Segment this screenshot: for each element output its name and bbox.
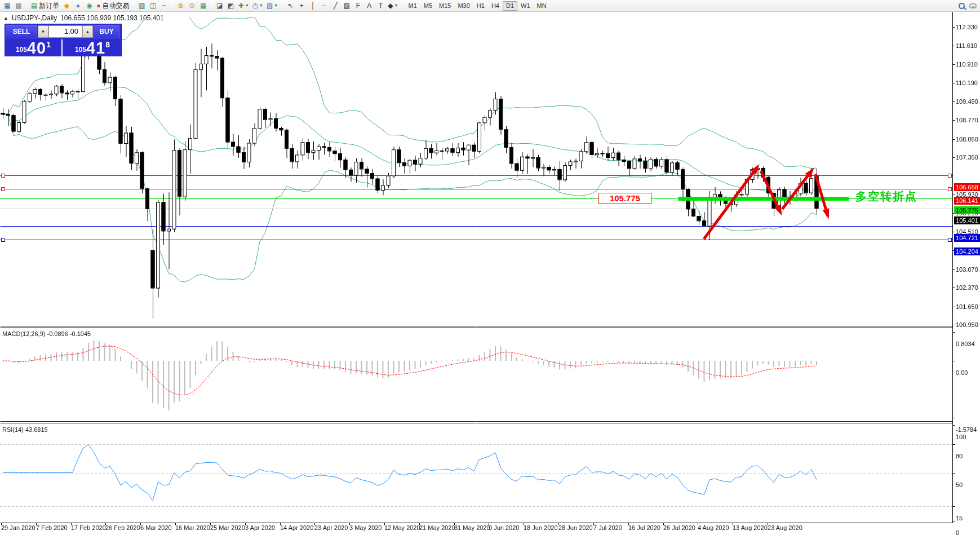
chart-window-icon: ▦ <box>4 1 10 11</box>
collapse-arrow-icon[interactable]: ▲ <box>3 15 8 21</box>
rsi-tick-label: 100 <box>956 434 966 440</box>
date-label: 7 Jul 2020 <box>593 524 622 531</box>
search-icon[interactable] <box>956 1 967 11</box>
template-icon[interactable]: ▨▼ <box>265 1 280 11</box>
date-label: 23 Apr 2020 <box>314 524 348 531</box>
price-tick-label: 110.190 <box>956 79 978 86</box>
timeframe-m5[interactable]: M5 <box>420 1 436 11</box>
label-icon[interactable]: T <box>375 1 386 11</box>
period-icon: ◷ <box>252 1 258 11</box>
timeframe-m30[interactable]: M30 <box>454 1 473 11</box>
timeframe-h4[interactable]: H4 <box>488 1 503 11</box>
line-chart-icon: ~ <box>162 1 166 11</box>
shapes-icon[interactable]: ◆▼ <box>386 1 400 11</box>
chat-icon <box>969 3 977 8</box>
add-indicator-icon[interactable]: ✚▼ <box>237 1 251 11</box>
main-chart-canvas[interactable] <box>0 12 980 535</box>
chart-window-icon[interactable]: ▦ <box>2 1 13 11</box>
timeframe-m15[interactable]: M15 <box>436 1 454 11</box>
volume-input[interactable]: 1.00 <box>48 25 82 38</box>
profiles-icon[interactable]: ▩ <box>13 1 24 11</box>
quote-panel-controls: SELL ▼ 1.00 ▲ BUY <box>5 24 121 39</box>
vertical-line-icon[interactable]: │ <box>307 1 318 11</box>
buy-button[interactable]: BUY <box>94 25 119 38</box>
price-tick-label: 108.050 <box>956 136 978 143</box>
new-order-icon[interactable]: ▤新订单 <box>29 1 61 11</box>
rsi-tick-label: 50 <box>956 481 963 488</box>
zoom-in-icon[interactable]: ⊕ <box>175 1 187 11</box>
timeframe-w1[interactable]: W1 <box>517 1 534 11</box>
price-badge-106.141: 106.141 <box>954 197 980 205</box>
toolbar-separator <box>26 1 27 10</box>
date-label: 3 Apr 2020 <box>245 524 275 531</box>
sell-price-display[interactable]: 105 40 1 <box>5 39 63 56</box>
date-label: 13 Aug 2020 <box>733 524 768 531</box>
date-label: 14 Apr 2020 <box>280 524 313 531</box>
timeframe-d1[interactable]: D1 <box>503 1 517 11</box>
signal-icon[interactable]: ◉ <box>83 1 95 11</box>
chart-title-bar[interactable]: ▲ USDJPY-,Daily 106.655 106.939 105.193 … <box>3 14 164 22</box>
buy-price-prefix: 105 <box>75 46 86 54</box>
line-chart-icon[interactable]: ~ <box>159 1 170 11</box>
sell-price-big: 40 <box>27 41 46 55</box>
signal-icon: ◉ <box>86 1 92 11</box>
date-label: 31 May 2020 <box>454 524 490 531</box>
period-icon[interactable]: ◷▼ <box>251 1 265 11</box>
bar-chart-icon[interactable]: ▥ <box>136 1 148 11</box>
indicator-window-icon[interactable]: ◪ <box>214 1 225 11</box>
mail-icon[interactable]: ● <box>72 1 83 11</box>
fibonacci-icon: F <box>356 1 360 11</box>
trendline-icon: ╱ <box>334 1 338 11</box>
date-label: 23 Aug 2020 <box>768 524 802 531</box>
date-label: 3 May 2020 <box>349 524 382 531</box>
text-icon[interactable]: A <box>363 1 375 11</box>
crosshair-icon: + <box>300 1 304 11</box>
crosshair-icon[interactable]: + <box>296 1 307 11</box>
date-label: 21 May 2020 <box>419 524 455 531</box>
macd-tick-label: -1.5784 <box>956 426 977 433</box>
cursor-icon[interactable]: ↖ <box>285 1 296 11</box>
tile-windows-icon: ▦ <box>200 1 206 11</box>
tile-windows-icon[interactable]: ▦ <box>198 1 209 11</box>
search-icon <box>959 3 965 9</box>
toolbar-separator <box>211 1 212 10</box>
date-label: 26 Jul 2020 <box>663 524 695 531</box>
sell-price-sup: 1 <box>46 40 51 49</box>
date-label: 16 Mar 2020 <box>175 524 210 531</box>
trendline-icon[interactable]: ╱ <box>330 1 341 11</box>
channel-icon[interactable]: ▨ <box>341 1 352 11</box>
turning-point-annotation[interactable]: 多空转折点 <box>855 189 917 204</box>
chart-window: ▲ USDJPY-,Daily 106.655 106.939 105.193 … <box>0 12 980 535</box>
price-badge-105.401: 105.401 <box>954 216 980 224</box>
toolbar: ▦▩▤新订单◆●◉●自动交易▥◫~⊕⊖▦◪◩✚▼◷▼▨▼↖+│─╱▨FAT◆▼M… <box>0 0 980 12</box>
volume-decrease-button[interactable]: ▼ <box>38 25 48 38</box>
fibonacci-icon[interactable]: F <box>352 1 363 11</box>
price-tick-label: 102.370 <box>956 284 978 291</box>
objects-window-icon[interactable]: ◩ <box>225 1 237 11</box>
price-tick-label: 101.650 <box>956 303 978 310</box>
dropdown-caret-icon: ▼ <box>259 1 263 11</box>
auto-trading-icon[interactable]: ●自动交易 <box>95 1 131 11</box>
price-callout-105775[interactable]: 105.775 <box>598 193 651 204</box>
ticket-icon[interactable]: ◆ <box>61 1 72 11</box>
timeframe-m1[interactable]: M1 <box>405 1 420 11</box>
price-badge-106.658: 106.658 <box>954 183 980 191</box>
candlestick-icon: ◫ <box>150 1 156 11</box>
rsi-tick-label: 15 <box>956 515 963 521</box>
timeframe-h1[interactable]: H1 <box>473 1 488 11</box>
candlestick-icon[interactable]: ◫ <box>148 1 159 11</box>
zoom-out-icon: ⊖ <box>189 1 195 11</box>
volume-increase-button[interactable]: ▲ <box>82 25 93 38</box>
mail-icon: ● <box>76 1 80 11</box>
toolbar-separator <box>134 1 134 10</box>
timeframe-mn[interactable]: MN <box>534 1 550 11</box>
zoom-out-icon[interactable]: ⊖ <box>187 1 198 11</box>
rsi-tick-label: 0 <box>956 529 959 535</box>
sell-button[interactable]: SELL <box>6 25 37 38</box>
date-label: 6 Mar 2020 <box>140 524 172 531</box>
rsi-indicator-label: RSI(14) 43.6815 <box>2 426 48 433</box>
horizontal-line-icon[interactable]: ─ <box>318 1 330 11</box>
text-icon: A <box>367 1 371 11</box>
chat-icon[interactable] <box>967 1 978 11</box>
buy-price-display[interactable]: 105 41 8 <box>64 39 121 56</box>
